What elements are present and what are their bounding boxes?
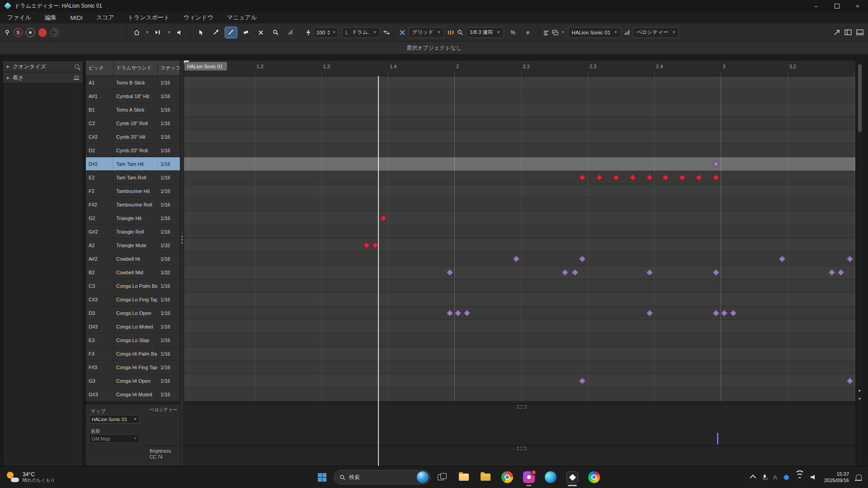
notification-bell-icon[interactable] <box>856 474 862 480</box>
drum-row-F2[interactable]: F2Tambourine Hit1/16 <box>86 184 180 198</box>
drum-row-C#3[interactable]: C#3Conga Lo Fing Tap1/16 <box>86 293 180 306</box>
tool-eraser[interactable] <box>240 27 252 38</box>
minimize-button[interactable]: – <box>806 0 826 12</box>
column-header-sound[interactable]: ドラムサウンド <box>113 61 158 76</box>
grid-row-stripe[interactable] <box>184 320 855 333</box>
drum-map-select[interactable]: HALion Sonic 01 ▼ <box>89 415 140 423</box>
note-grid[interactable] <box>184 76 855 401</box>
insert-velocity-stepper[interactable]: 100 ▼ <box>314 27 339 38</box>
zones-dropdown-arrow[interactable]: ▼ <box>146 30 149 34</box>
microphone-icon[interactable] <box>763 474 766 480</box>
part-selector-dropdown[interactable]: HALion Sonic 01 ▼ <box>568 27 621 38</box>
window-layout-icon[interactable] <box>844 29 852 35</box>
snap-on-off-icon[interactable] <box>399 29 406 36</box>
stepper-arrows[interactable] <box>327 30 330 35</box>
ime-indicator[interactable]: A <box>773 474 777 481</box>
grid-row-stripe[interactable] <box>184 279 855 293</box>
drum-row-C3[interactable]: C3Conga Lo Palm Bass1/16 <box>86 279 180 293</box>
part-name-tab[interactable]: HALion Sonic 01 <box>184 62 227 70</box>
grid-row-stripe[interactable] <box>184 333 855 347</box>
folder-app-button[interactable] <box>476 467 495 487</box>
drum-row-E2[interactable]: E2Tam Tam Roll1/16 <box>86 171 180 184</box>
scrollbar-thumb[interactable] <box>858 64 862 132</box>
drum-row-G2[interactable]: G2Triangle Hit1/16 <box>86 211 180 225</box>
layers-dropdown-arrow[interactable]: ▼ <box>561 30 565 34</box>
search-highlight-image[interactable] <box>417 471 429 483</box>
open-in-project-icon[interactable] <box>834 29 840 36</box>
drum-row-D#3[interactable]: D#3Conga Lo Muted1/16 <box>86 320 180 333</box>
zoom-plus-icon[interactable]: + <box>858 396 861 402</box>
step-up-icon[interactable] <box>327 30 330 32</box>
cc-lane-label[interactable]: Brightness CC 74 <box>150 448 171 460</box>
project-cursor[interactable] <box>378 76 379 466</box>
drum-row-E3[interactable]: E3Conga Lo Slap1/16 <box>86 333 180 347</box>
vertical-scrollbar[interactable]: ● + <box>857 61 863 466</box>
grid-row-stripe[interactable] <box>184 239 855 252</box>
start-button[interactable] <box>312 467 332 487</box>
drum-row-A#2[interactable]: A#2Cowbell Hi1/16 <box>86 252 180 266</box>
grid-row-stripe[interactable] <box>184 130 855 144</box>
menu-item-3[interactable]: スコア <box>96 14 114 22</box>
quantize-icon[interactable] <box>457 29 463 35</box>
insert-length-dropdown[interactable]: L ドラム. ▼ <box>342 27 380 38</box>
grid-row-stripe[interactable] <box>184 198 855 211</box>
controller-lane-dropdown[interactable]: ベロシティー ▼ <box>633 27 679 38</box>
timeline-ruler[interactable]: HALion Sonic 01 1.21.31.422.22.32.433.23… <box>184 61 855 76</box>
grid-row-stripe[interactable] <box>184 157 855 171</box>
grid-row-stripe[interactable] <box>184 184 855 198</box>
autoscroll-button[interactable] <box>152 27 164 38</box>
drum-row-A#1[interactable]: A#1Cymbal 18" Hit1/16 <box>86 89 180 103</box>
drum-row-G#3[interactable]: G#3Conga Hi Muted1/16 <box>86 388 180 401</box>
snap-type-dropdown[interactable]: グリッド ▼ <box>409 27 444 38</box>
task-view-button[interactable] <box>432 467 452 487</box>
volume-icon[interactable] <box>811 474 817 480</box>
grid-row-stripe[interactable] <box>184 171 855 184</box>
weather-widget[interactable]: 34°C 晴れのちくもり <box>6 471 55 483</box>
solo-button[interactable]: S <box>14 28 23 37</box>
file-explorer-button[interactable] <box>454 467 474 487</box>
iterative-quantize-button[interactable]: e <box>522 27 534 38</box>
tray-chevron-icon[interactable] <box>750 474 756 481</box>
record-in-editor-button[interactable] <box>38 28 47 37</box>
autoscroll-dropdown-arrow[interactable]: ▼ <box>167 30 171 34</box>
grid-row-stripe[interactable] <box>184 347 855 361</box>
grid-row-stripe[interactable] <box>184 374 855 388</box>
drum-row-F#2[interactable]: F#2Tambourine Roll1/16 <box>86 198 180 211</box>
grid-row-stripe[interactable] <box>184 361 855 374</box>
drum-row-A1[interactable]: A1Toms B Stick1/16 <box>86 76 180 89</box>
lane-range-marker[interactable] <box>517 405 526 408</box>
drum-row-B2[interactable]: B2Cowbell Mid1/32 <box>86 266 180 279</box>
column-header-pitch[interactable]: ピッチ <box>86 61 113 76</box>
cubase-button[interactable] <box>562 467 582 487</box>
drum-name-select[interactable]: GM Map ▼ <box>89 434 140 443</box>
grid-row-stripe[interactable] <box>184 103 855 117</box>
event-bars-icon[interactable] <box>543 30 549 35</box>
inspector-section-1[interactable]: ▶長さ <box>3 72 83 84</box>
quantize-preset-dropdown[interactable]: 1/8 3 連符 ▼ <box>466 27 504 38</box>
velocity-bar[interactable] <box>717 433 718 444</box>
menu-item-5[interactable]: ウィンドウ <box>183 14 213 22</box>
move-insert-icon[interactable] <box>383 30 390 35</box>
feedback-speaker-button[interactable] <box>174 27 186 38</box>
drum-row-D2[interactable]: D2Cymb 20" Roll1/16 <box>86 144 180 157</box>
browser-profile-button[interactable] <box>584 467 604 487</box>
edge-button[interactable] <box>541 467 561 487</box>
maximize-button[interactable] <box>826 0 847 12</box>
tool-zoom[interactable] <box>270 27 282 38</box>
tool-mute[interactable] <box>255 27 267 38</box>
grid-row-stripe[interactable] <box>184 266 855 279</box>
menu-item-1[interactable]: 編集 <box>45 14 57 22</box>
tool-drumstick[interactable] <box>210 27 222 38</box>
grid-row-stripe[interactable] <box>184 225 855 239</box>
drum-row-C#2[interactable]: C#2Cymb 20" Hit1/16 <box>86 130 180 144</box>
quantize-percent-button[interactable]: % <box>507 27 519 38</box>
media-app-button[interactable] <box>519 467 539 487</box>
drum-row-F#3[interactable]: F#3Conga Hi Fing Tap1/16 <box>86 361 180 374</box>
drum-row-D3[interactable]: D3Conga Lo Open1/16 <box>86 306 180 320</box>
drum-row-G3[interactable]: G3Conga Hi Open1/16 <box>86 374 180 388</box>
tray-app-icon[interactable] <box>784 475 789 480</box>
step-down-icon[interactable] <box>327 33 330 35</box>
lane-range-marker[interactable] <box>517 447 526 450</box>
drum-row-B1[interactable]: B1Toms A Stick1/16 <box>86 103 180 117</box>
tool-line[interactable] <box>225 27 237 38</box>
